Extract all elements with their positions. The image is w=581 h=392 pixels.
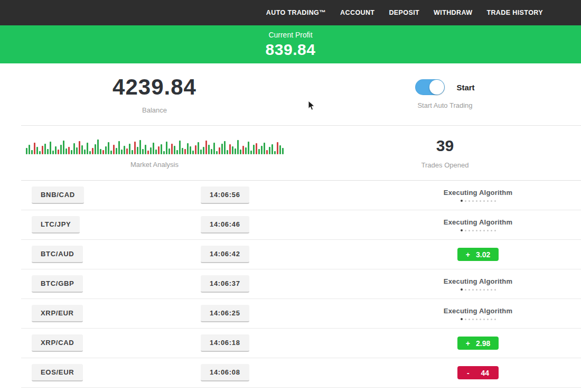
nav-auto-trading[interactable]: AUTO TRADING™: [266, 9, 326, 16]
executing-algorithm-label: Executing Algorithm: [444, 189, 512, 197]
time-badge[interactable]: 14:06:56: [201, 186, 249, 204]
top-nav: AUTO TRADING™ ACCOUNT DEPOSIT WITHDRAW T…: [0, 0, 581, 25]
trades-list: BNB/CAD 14:06:56 Executing Algorithm LTC…: [21, 180, 581, 388]
pair-badge[interactable]: BNB/CAD: [32, 186, 84, 204]
trade-row: LTC/JPY 14:06:46 Executing Algorithm: [21, 210, 581, 240]
trade-status: +3.02: [457, 248, 499, 261]
nav-trade-history[interactable]: TRADE HISTORY: [486, 9, 543, 16]
current-profit-label: Current Profit: [268, 31, 312, 39]
pair-badge[interactable]: BTC/AUD: [32, 246, 83, 263]
nav-account[interactable]: ACCOUNT: [340, 9, 374, 16]
executing-progress-dots: [444, 289, 512, 291]
executing-progress-dots: [444, 319, 512, 321]
trade-row: XRP/EUR 14:06:25 Executing Algorithm: [21, 299, 581, 329]
pair-badge[interactable]: BTC/GBP: [32, 275, 83, 293]
auto-trading-toggle[interactable]: [415, 79, 445, 95]
pair-badge[interactable]: EOS/EUR: [32, 364, 83, 381]
current-profit-banner: Current Profit 839.84: [0, 25, 581, 63]
trade-row: BTC/AUD 14:06:42 +3.02: [21, 240, 581, 269]
trade-status: Executing Algorithm: [444, 189, 512, 202]
time-badge[interactable]: 14:06:37: [201, 275, 249, 293]
pair-badge[interactable]: XRP/EUR: [32, 305, 83, 322]
balance-label: Balance: [142, 106, 167, 114]
nav-deposit[interactable]: DEPOSIT: [389, 9, 419, 16]
balance-block: 4239.84 Balance: [0, 63, 309, 125]
toggle-label: Start: [456, 83, 474, 92]
trade-status: -44: [457, 366, 499, 379]
trade-row: XRP/CAD 14:06:18 +2.98: [21, 329, 581, 358]
pair-badge[interactable]: LTC/JPY: [32, 216, 80, 234]
market-analysis-label: Market Analysis: [130, 161, 179, 169]
trade-status: Executing Algorithm: [444, 277, 512, 291]
toggle-knob-icon: [429, 80, 444, 95]
auto-trading-sublabel: Start Auto Trading: [417, 101, 472, 109]
time-badge[interactable]: 14:06:46: [201, 216, 249, 234]
pair-badge[interactable]: XRP/CAD: [32, 334, 83, 352]
trade-row: EOS/EUR 14:06:08 -44: [21, 358, 581, 388]
time-badge[interactable]: 14:06:18: [201, 334, 249, 352]
time-badge[interactable]: 14:06:08: [201, 364, 249, 381]
trade-result-badge: +3.02: [457, 248, 499, 261]
nav-withdraw[interactable]: WITHDRAW: [434, 9, 472, 16]
trade-row: BTC/GBP 14:06:37 Executing Algorithm: [21, 269, 581, 299]
market-analysis-chart: [26, 138, 284, 154]
trade-result-badge: -44: [457, 366, 499, 379]
auto-trading-block: Start Start Auto Trading: [309, 63, 581, 125]
executing-algorithm-label: Executing Algorithm: [444, 218, 512, 226]
trade-status: Executing Algorithm: [444, 218, 512, 232]
market-section: Market Analysis 39 Trades Opened: [0, 126, 581, 180]
executing-algorithm-label: Executing Algorithm: [444, 277, 512, 285]
trade-result-badge: +2.98: [457, 337, 499, 350]
executing-progress-dots: [444, 230, 512, 232]
current-profit-value: 839.84: [266, 41, 316, 59]
time-badge[interactable]: 14:06:42: [201, 246, 249, 263]
trades-opened-block: 39 Trades Opened: [309, 126, 581, 180]
time-badge[interactable]: 14:06:25: [201, 305, 249, 322]
market-analysis-block: Market Analysis: [0, 126, 309, 180]
stats-section: 4239.84 Balance Start Start Auto Trading: [0, 63, 581, 125]
executing-progress-dots: [444, 200, 512, 202]
balance-value: 4239.84: [113, 74, 196, 100]
trade-status: +2.98: [457, 337, 499, 350]
trade-status: Executing Algorithm: [444, 307, 512, 321]
trade-row: BNB/CAD 14:06:56 Executing Algorithm: [21, 181, 581, 210]
trades-opened-value: 39: [436, 137, 454, 155]
executing-algorithm-label: Executing Algorithm: [444, 307, 512, 315]
trades-opened-label: Trades Opened: [421, 161, 469, 169]
